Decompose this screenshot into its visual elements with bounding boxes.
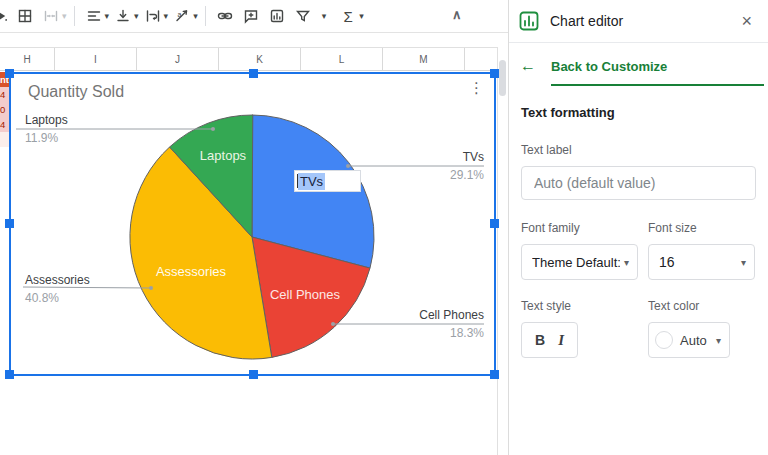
chevron-down-icon: ▾	[624, 257, 629, 268]
column-header-l[interactable]: L	[301, 48, 383, 70]
google-sheets-window: ▾ ▾ ▾ ▾ a ▾ ▾ Σ	[0, 0, 768, 455]
collapse-toolbar-button[interactable]: ∧	[452, 7, 462, 22]
resize-handle-top-left[interactable]	[5, 69, 14, 78]
font-size-label: Font size	[648, 221, 697, 235]
resize-handle-top-right[interactable]	[490, 69, 499, 78]
sigma-icon: Σ	[344, 8, 353, 25]
sheet-cells-fragment: nti 4 0 4	[0, 72, 9, 147]
sheet-cell[interactable]: 0	[0, 102, 9, 117]
vertical-scrollbar-thumb[interactable]	[499, 60, 506, 96]
callout-percent: 11.9%	[25, 131, 205, 145]
callout-label: Cell Phones	[331, 308, 484, 322]
merge-cells-caret: ▾	[62, 11, 67, 21]
column-header-partial[interactable]	[465, 48, 497, 70]
text-color-dropdown[interactable]: Auto ▾	[648, 322, 730, 358]
callout-cell-phones: Cell Phones 18.3%	[331, 308, 484, 340]
resize-handle-middle-right[interactable]	[490, 219, 499, 228]
panel-title: Chart editor	[550, 13, 737, 29]
merge-cells-button	[38, 3, 64, 29]
borders-button[interactable]	[12, 3, 38, 29]
text-rotation-icon: a	[174, 8, 190, 24]
functions-caret[interactable]: ▾	[359, 11, 364, 21]
column-header-h[interactable]: H	[0, 48, 55, 70]
paint-format-icon[interactable]	[0, 3, 12, 29]
column-header-k[interactable]: K	[219, 48, 301, 70]
resize-handle-middle-left[interactable]	[5, 219, 14, 228]
vertical-align-caret[interactable]: ▾	[134, 11, 139, 21]
slice-label-edit-box[interactable]: TVs	[294, 170, 361, 192]
font-family-label: Font family	[521, 221, 638, 235]
resize-handle-bottom-left[interactable]	[5, 370, 14, 379]
horizontal-align-icon	[86, 8, 102, 24]
chart-editor-icon	[519, 11, 539, 31]
text-rotation-caret[interactable]: ▾	[193, 11, 198, 21]
font-family-value: Theme Default:...	[532, 255, 620, 270]
insert-comment-icon	[243, 8, 259, 24]
text-label-input[interactable]	[521, 166, 756, 200]
toolbar-divider	[74, 6, 75, 26]
slice-label-cell-phones: Cell Phones	[245, 287, 365, 302]
insert-chart-icon	[269, 8, 285, 24]
horizontal-align-caret[interactable]: ▾	[105, 11, 110, 21]
back-arrow-icon[interactable]: ←	[520, 57, 534, 75]
sheet-cell[interactable]	[0, 132, 9, 147]
color-swatch-icon	[655, 331, 673, 349]
filter-icon	[295, 8, 311, 24]
back-to-customize-button[interactable]: ← Back to Customize	[520, 57, 768, 75]
merge-cells-icon	[43, 8, 59, 24]
insert-link-icon	[217, 8, 233, 24]
text-style-group: B I	[521, 322, 578, 358]
slice-label-laptops: Laptops	[173, 148, 273, 163]
section-title: Text formatting	[521, 105, 768, 120]
column-header-i[interactable]: I	[55, 48, 137, 70]
insert-chart-button[interactable]	[264, 3, 290, 29]
back-label: Back to Customize	[551, 59, 667, 74]
callout-label: Laptops	[25, 113, 205, 127]
slice-label-assessories: Assessories	[131, 264, 251, 279]
column-header-j[interactable]: J	[137, 48, 219, 70]
insert-link-button[interactable]	[212, 3, 238, 29]
vertical-align-button[interactable]	[110, 3, 136, 29]
resize-handle-bottom-right[interactable]	[490, 370, 499, 379]
close-icon[interactable]: ×	[737, 10, 756, 32]
text-wrap-caret[interactable]: ▾	[164, 11, 169, 21]
chart-title: Quantity Sold	[28, 83, 124, 101]
callout-percent: 40.8%	[25, 291, 205, 305]
create-filter-button[interactable]	[290, 3, 316, 29]
sheet-cell[interactable]: 4	[0, 87, 9, 102]
callout-laptops: Laptops 11.9%	[25, 113, 205, 145]
callout-dot	[211, 127, 215, 131]
insert-comment-button[interactable]	[238, 3, 264, 29]
sheet-cell[interactable]: 4	[0, 117, 9, 132]
font-size-value: 16	[659, 254, 737, 270]
vertical-align-icon	[115, 8, 131, 24]
font-family-dropdown[interactable]: Theme Default:... ▾	[521, 244, 638, 280]
panel-header: Chart editor ×	[509, 0, 768, 43]
text-wrap-icon	[145, 8, 161, 24]
filter-views-caret[interactable]: ▾	[322, 11, 327, 21]
italic-button[interactable]: I	[558, 332, 564, 349]
text-rotation-button[interactable]: a	[169, 3, 195, 29]
chevron-down-icon: ▾	[716, 335, 721, 346]
borders-icon	[17, 8, 33, 24]
text-label-field-label: Text label	[521, 143, 768, 157]
font-size-dropdown[interactable]: 16 ▾	[648, 244, 755, 280]
text-color-label: Text color	[648, 299, 699, 313]
sheet-edge-divider	[497, 47, 498, 455]
callout-label: TVs	[331, 150, 484, 164]
text-style-label: Text style	[521, 299, 638, 313]
bold-button[interactable]: B	[535, 332, 545, 348]
horizontal-align-button[interactable]	[81, 3, 107, 29]
functions-button[interactable]: Σ	[335, 3, 361, 29]
toolbar: ▾ ▾ ▾ ▾ a ▾ ▾ Σ	[0, 0, 508, 33]
text-wrap-button[interactable]	[140, 3, 166, 29]
chart-card[interactable]: Quantity Sold ⋮ Laptops 11.9% TVs 29.1% …	[11, 74, 494, 374]
active-tab-underline	[551, 84, 764, 86]
chart-menu-button[interactable]: ⋮	[465, 78, 488, 97]
resize-handle-top-middle[interactable]	[249, 69, 258, 78]
toolbar-divider	[205, 6, 206, 26]
resize-handle-bottom-middle[interactable]	[249, 370, 258, 379]
chart-editor-panel: Chart editor × ← Back to Customize Text …	[508, 0, 768, 455]
column-header-m[interactable]: M	[383, 48, 465, 70]
callout-percent: 18.3%	[331, 326, 484, 340]
